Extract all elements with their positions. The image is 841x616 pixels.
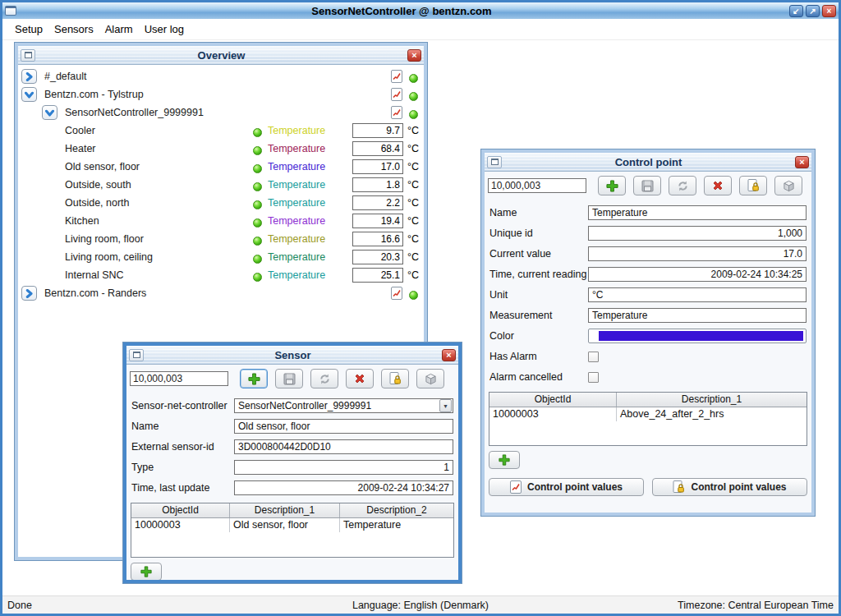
status-dot-icon bbox=[409, 288, 418, 303]
iconify-icon[interactable] bbox=[129, 349, 144, 361]
expand-icon[interactable] bbox=[21, 69, 37, 84]
sensor-titlebar[interactable]: Sensor × bbox=[126, 346, 458, 365]
time-reading-field[interactable] bbox=[588, 267, 807, 282]
unique-id-field[interactable] bbox=[588, 226, 807, 241]
refresh-button[interactable] bbox=[310, 369, 338, 388]
column-header[interactable]: Description_1 bbox=[230, 503, 340, 517]
delete-button[interactable] bbox=[346, 369, 374, 388]
sensor-label[interactable]: Heater bbox=[65, 143, 96, 154]
chart-icon[interactable] bbox=[391, 70, 402, 86]
measurement-label[interactable]: Temperature bbox=[268, 161, 325, 172]
add-button[interactable] bbox=[598, 176, 626, 195]
sensor-label[interactable]: Kitchen bbox=[65, 215, 99, 227]
collapse-icon[interactable] bbox=[21, 87, 37, 102]
delete-button[interactable] bbox=[704, 176, 732, 195]
overview-titlebar[interactable]: Overview × bbox=[18, 46, 424, 65]
value-field[interactable] bbox=[352, 250, 403, 264]
group-label[interactable]: #_default bbox=[44, 71, 86, 82]
group-label[interactable]: Bentzn.com - Randers bbox=[44, 287, 146, 299]
id-field[interactable] bbox=[130, 371, 228, 386]
expand-icon[interactable] bbox=[21, 286, 37, 301]
color-picker-button[interactable] bbox=[588, 329, 807, 343]
column-header[interactable]: ObjectId bbox=[131, 503, 230, 517]
sensor-label[interactable]: Living room, floor bbox=[65, 233, 144, 245]
add-row-button[interactable] bbox=[489, 451, 520, 469]
copy-button[interactable] bbox=[416, 369, 444, 388]
table-row[interactable]: 10000003 Old sensor, floor Temperature bbox=[131, 518, 453, 532]
status-dot-icon bbox=[253, 198, 262, 213]
value-field[interactable] bbox=[352, 141, 403, 156]
add-row-button[interactable] bbox=[131, 563, 162, 581]
value-field[interactable] bbox=[352, 159, 403, 174]
sensor-label[interactable]: Living room, ceiling bbox=[65, 251, 153, 263]
group-label[interactable]: SensorNetController_9999991 bbox=[65, 107, 204, 118]
close-icon[interactable]: × bbox=[442, 349, 456, 361]
sensor-label[interactable]: Outside, north bbox=[65, 197, 130, 209]
control-point-values-locked-button[interactable]: Control point values bbox=[652, 478, 807, 496]
column-header[interactable]: ObjectId bbox=[489, 393, 617, 407]
sensor-label[interactable]: Outside, south bbox=[65, 179, 131, 191]
controller-combobox[interactable]: SensorNetController_9999991 ▼ bbox=[234, 398, 453, 413]
minimize-icon[interactable]: ↙ bbox=[789, 5, 803, 17]
field-label: Unit bbox=[489, 289, 588, 301]
refresh-button[interactable] bbox=[669, 176, 696, 195]
menu-sensors[interactable]: Sensors bbox=[52, 21, 103, 37]
sensor-label[interactable]: Old sensor, floor bbox=[65, 161, 140, 172]
copy-button[interactable] bbox=[774, 176, 802, 195]
measurement-label[interactable]: Temperature bbox=[268, 125, 325, 136]
value-field[interactable] bbox=[352, 268, 403, 283]
current-value-field[interactable] bbox=[588, 246, 807, 261]
chart-icon[interactable] bbox=[391, 88, 402, 104]
measurement-label[interactable]: Temperature bbox=[268, 233, 325, 245]
permissions-button[interactable] bbox=[381, 369, 409, 388]
last-update-field[interactable] bbox=[234, 480, 453, 495]
menu-user-log[interactable]: User log bbox=[142, 21, 193, 37]
menu-setup[interactable]: Setup bbox=[12, 21, 52, 37]
type-field[interactable] bbox=[234, 460, 453, 475]
sensor-label[interactable]: Cooler bbox=[65, 125, 95, 136]
iconify-icon[interactable] bbox=[21, 49, 35, 62]
measurement-label[interactable]: Temperature bbox=[268, 179, 325, 191]
status-dot-icon bbox=[253, 162, 262, 177]
save-button[interactable] bbox=[275, 369, 303, 388]
has-alarm-checkbox[interactable] bbox=[588, 352, 599, 362]
id-field[interactable] bbox=[488, 178, 586, 193]
add-button[interactable] bbox=[240, 369, 268, 388]
group-label[interactable]: Bentzn.com - Tylstrup bbox=[44, 89, 144, 100]
column-header[interactable]: Description_1 bbox=[617, 393, 807, 407]
control-point-titlebar[interactable]: Control point × bbox=[485, 153, 811, 172]
chart-icon[interactable] bbox=[391, 287, 402, 303]
column-header[interactable]: Description_2 bbox=[340, 503, 453, 517]
measurement-label[interactable]: Temperature bbox=[268, 215, 325, 227]
permissions-button[interactable] bbox=[739, 176, 767, 195]
save-button[interactable] bbox=[633, 176, 661, 195]
chart-icon[interactable] bbox=[391, 106, 402, 122]
close-icon[interactable]: × bbox=[795, 156, 809, 168]
external-id-field[interactable] bbox=[234, 439, 453, 454]
value-field[interactable] bbox=[352, 123, 403, 138]
name-field[interactable] bbox=[234, 419, 453, 434]
measurement-label[interactable]: Temperature bbox=[268, 251, 325, 263]
value-field[interactable] bbox=[352, 214, 403, 228]
measurement-label[interactable]: Temperature bbox=[268, 143, 325, 154]
measurement-field[interactable] bbox=[588, 308, 807, 323]
menu-alarm[interactable]: Alarm bbox=[103, 21, 142, 37]
unit-label: °C bbox=[407, 125, 419, 136]
close-icon[interactable]: × bbox=[407, 49, 421, 62]
measurement-label[interactable]: Temperature bbox=[268, 197, 325, 209]
close-icon[interactable]: × bbox=[822, 5, 836, 17]
control-point-values-chart-button[interactable]: Control point values bbox=[489, 478, 644, 496]
alarm-cancelled-checkbox[interactable] bbox=[588, 372, 599, 383]
table-row[interactable]: 10000003 Above_24_after_2_hrs bbox=[489, 407, 807, 421]
sensor-label[interactable]: Internal SNC bbox=[65, 269, 124, 281]
value-field[interactable] bbox=[352, 177, 403, 192]
unit-field[interactable] bbox=[588, 287, 807, 302]
iconify-icon[interactable] bbox=[487, 156, 502, 168]
value-field[interactable] bbox=[352, 195, 403, 210]
collapse-icon[interactable] bbox=[42, 105, 57, 120]
name-field[interactable] bbox=[588, 205, 807, 220]
value-field[interactable] bbox=[352, 232, 403, 246]
maximize-icon[interactable]: ↗ bbox=[806, 5, 820, 17]
chevron-down-icon[interactable]: ▼ bbox=[439, 399, 452, 412]
measurement-label[interactable]: Temperature bbox=[268, 269, 325, 281]
